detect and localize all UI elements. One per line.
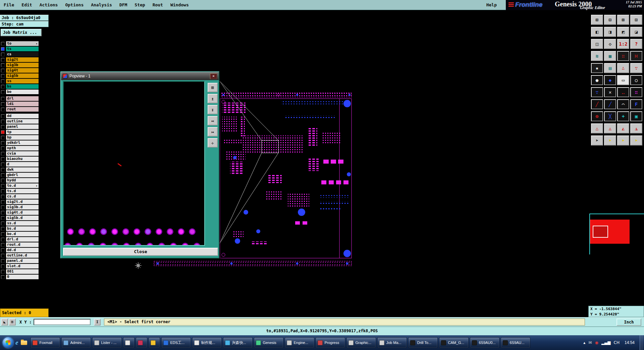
layer-row[interactable]: drl — [0, 96, 49, 101]
inch-button[interactable]: Inch — [616, 318, 641, 326]
layer-row[interactable]: ts — [0, 46, 49, 52]
right-tool-button[interactable]: ⌒ — [617, 99, 629, 109]
right-tool-button[interactable]: ◮ — [630, 123, 642, 133]
layer-visibility-checkbox[interactable] — [1, 184, 5, 188]
right-tool-button[interactable]: ∵ — [630, 63, 642, 73]
layer-visibility-checkbox[interactable] — [1, 211, 5, 215]
layer-visibility-checkbox[interactable] — [1, 58, 5, 62]
layer-name[interactable]: ss.d — [6, 221, 39, 226]
layer-name[interactable]: drl — [6, 96, 39, 101]
right-tool-button[interactable]: ◆ — [604, 75, 616, 85]
taskbar-app-button[interactable]: Graphic... — [346, 337, 376, 348]
menu-item[interactable]: Step — [131, 2, 149, 7]
menu-item[interactable]: Edit — [18, 2, 36, 7]
right-tool-button[interactable]: ○ — [630, 75, 642, 85]
right-tool-button[interactable]: ▪ — [591, 63, 603, 73]
layer-name[interactable]: rout.d — [6, 242, 39, 247]
layer-name[interactable]: biaozhu — [6, 157, 39, 161]
xy-tool-button[interactable]: ⊞ — [9, 318, 16, 326]
layer-name[interactable]: cs.d — [6, 194, 39, 199]
menu-item[interactable]: DFM — [116, 2, 131, 7]
tray-icon[interactable]: ◉ — [595, 340, 598, 345]
right-tool-button[interactable]: ◪ — [630, 27, 642, 37]
layer-name[interactable]: 0 — [6, 275, 39, 279]
layer-name[interactable]: tp — [6, 130, 39, 134]
layer-row[interactable]: dwk — [0, 167, 49, 172]
layer-visibility-checkbox[interactable] — [1, 222, 5, 225]
layer-name[interactable]: panel.d — [6, 258, 39, 263]
layer-row[interactable]: bs — [0, 84, 49, 89]
layer-visibility-checkbox[interactable] — [1, 157, 5, 161]
layer-visibility-checkbox[interactable] — [1, 120, 5, 123]
layer-visibility-checkbox[interactable] — [1, 53, 5, 56]
xy-tool-button[interactable]: ◣ — [1, 318, 8, 326]
tray-icon[interactable]: CH — [614, 340, 620, 345]
show-desktop-button[interactable] — [640, 335, 643, 350]
layer-name[interactable]: bo.d — [6, 232, 39, 236]
layer-name[interactable]: ss — [6, 79, 39, 83]
right-tool-button[interactable]: ◇ — [604, 39, 616, 49]
layer-visibility-checkbox[interactable] — [1, 114, 5, 118]
taskbar-app-button[interactable] — [149, 337, 160, 348]
layer-visibility-checkbox[interactable] — [1, 173, 5, 177]
layer-name[interactable]: bp — [6, 135, 39, 140]
taskbar-app-button[interactable]: EDS工... — [161, 337, 191, 348]
menu-item[interactable]: File — [0, 2, 18, 7]
menu-item[interactable]: Analysis — [87, 2, 116, 7]
popview-tool-button[interactable]: ⊞ — [208, 83, 218, 92]
layer-name[interactable]: slot.d — [6, 264, 39, 269]
layer-visibility-checkbox[interactable] — [1, 163, 5, 166]
layer-name[interactable]: d — [6, 162, 39, 167]
layer-name[interactable]: to ✦ — [6, 41, 39, 46]
menu-item[interactable]: Windows — [167, 2, 193, 7]
layer-row[interactable]: outline.d — [0, 253, 49, 258]
layer-row[interactable]: drl.d — [0, 237, 49, 242]
layer-row[interactable]: sig4t.d — [0, 210, 49, 215]
layer-visibility-checkbox[interactable] — [1, 254, 5, 257]
layer-name[interactable]: gbdrl — [6, 173, 39, 177]
layer-visibility-checkbox[interactable] — [1, 265, 5, 268]
right-tool-button[interactable]: ◫ — [591, 39, 603, 49]
layer-visibility-checkbox[interactable] — [1, 259, 5, 263]
layer-visibility-checkbox[interactable] — [1, 147, 5, 150]
layer-row[interactable]: rout — [0, 107, 49, 112]
popview-tool-button[interactable]: ↧ — [208, 105, 218, 114]
layer-name[interactable]: sig2t.d — [6, 199, 39, 204]
menu-item[interactable]: Actions — [36, 2, 62, 7]
layer-row[interactable]: cs — [0, 52, 49, 57]
layer-name[interactable]: sig5b — [6, 73, 39, 78]
taskbar-app-button[interactable]: 6S9AU0... — [470, 337, 499, 348]
layer-row[interactable]: bp — [0, 135, 49, 140]
layer-row[interactable]: sig5b.d — [0, 215, 49, 221]
layer-visibility-checkbox[interactable] — [1, 195, 5, 198]
layer-visibility-checkbox[interactable] — [1, 275, 5, 279]
job-matrix-button[interactable]: Job Matrix ... — [1, 29, 42, 36]
right-tool-button[interactable]: ⊠ — [617, 15, 629, 25]
right-tool-button[interactable]: ∴ — [617, 63, 629, 73]
popview-close-icon[interactable]: ✕ — [210, 73, 217, 79]
layer-row[interactable]: panel.d — [0, 258, 49, 264]
taskbar-app-button[interactable]: Drill To... — [408, 337, 438, 348]
ie-icon[interactable]: e — [15, 339, 18, 346]
right-tool-button[interactable]: ▤ — [604, 63, 616, 73]
taskbar-app-button[interactable]: Engine... — [285, 337, 314, 348]
right-tool-button[interactable]: ▦ — [604, 51, 616, 61]
taskbar-app-button[interactable]: Job Ma... — [377, 337, 407, 348]
layer-visibility-checkbox[interactable] — [1, 125, 5, 129]
layer-row[interactable]: sig4t — [0, 68, 49, 73]
layer-visibility-checkbox[interactable] — [1, 216, 5, 220]
layer-row[interactable]: dd — [0, 113, 49, 119]
layer-visibility-checkbox[interactable] — [1, 85, 5, 89]
taskbar-app-button[interactable]: 兴森快... — [223, 337, 253, 348]
layer-visibility-checkbox[interactable] — [1, 130, 5, 134]
layer-name[interactable]: npth — [6, 146, 39, 151]
layer-name[interactable]: dwk — [6, 167, 39, 172]
right-tool-button[interactable]: ∷ — [630, 87, 642, 97]
taskbar-app-button[interactable]: CAM_G... — [439, 337, 469, 348]
layer-visibility-checkbox[interactable] — [1, 141, 5, 145]
right-tool-button[interactable]: ◩ — [617, 27, 629, 37]
layer-name[interactable]: dd — [6, 114, 39, 118]
layer-visibility-checkbox[interactable] — [1, 206, 5, 209]
help-menu[interactable]: Help — [483, 2, 500, 7]
popview-titlebar[interactable]: Popview - 1 ✕ — [61, 72, 219, 80]
